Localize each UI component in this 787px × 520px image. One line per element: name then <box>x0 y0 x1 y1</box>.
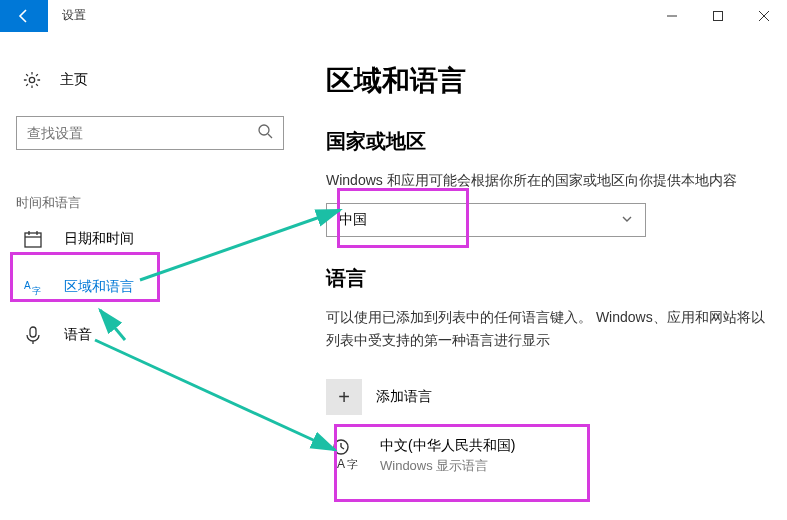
svg-text:A: A <box>337 457 345 470</box>
svg-text:字: 字 <box>32 286 41 296</box>
nav-item-label: 区域和语言 <box>64 278 134 296</box>
close-button[interactable] <box>741 0 787 32</box>
nav-item-label: 语音 <box>64 326 92 344</box>
nav-item-datetime[interactable]: 日期和时间 <box>16 218 284 260</box>
language-name: 中文(中华人民共和国) <box>380 437 515 455</box>
titlebar: 设置 <box>0 0 787 32</box>
language-icon: A字 <box>24 278 42 296</box>
main-content: 区域和语言 国家或地区 Windows 和应用可能会根据你所在的国家或地区向你提… <box>300 32 787 520</box>
page-title: 区域和语言 <box>326 62 771 100</box>
nav-item-label: 日期和时间 <box>64 230 134 248</box>
back-button[interactable] <box>0 0 48 32</box>
svg-point-2 <box>29 77 34 82</box>
svg-rect-11 <box>30 327 36 337</box>
home-button[interactable]: 主页 <box>16 64 284 96</box>
minimize-button[interactable] <box>649 0 695 32</box>
microphone-icon <box>24 326 42 344</box>
svg-rect-1 <box>714 11 723 20</box>
language-list-item[interactable]: A 字 中文(中华人民共和国) Windows 显示语言 <box>326 431 771 481</box>
close-icon <box>759 11 769 21</box>
search-box[interactable] <box>16 116 284 150</box>
gear-icon <box>22 70 42 90</box>
maximize-icon <box>713 11 723 21</box>
plus-icon: + <box>326 379 362 415</box>
country-dropdown[interactable]: 中国 <box>326 203 646 237</box>
svg-line-15 <box>341 447 344 449</box>
country-section-title: 国家或地区 <box>326 128 771 155</box>
language-subtitle: Windows 显示语言 <box>380 457 515 475</box>
chevron-down-icon <box>621 212 633 228</box>
add-language-label: 添加语言 <box>376 388 432 406</box>
country-selected-value: 中国 <box>339 211 367 229</box>
maximize-button[interactable] <box>695 0 741 32</box>
nav-group-header: 时间和语言 <box>16 194 284 212</box>
sidebar: 主页 时间和语言 日期和时间 A字 区域和语言 语音 <box>0 32 300 520</box>
nav-item-speech[interactable]: 语音 <box>16 314 284 356</box>
window-title: 设置 <box>62 7 86 24</box>
svg-text:字: 字 <box>347 458 358 470</box>
calendar-icon <box>24 230 42 248</box>
country-helper-text: Windows 和应用可能会根据你所在的国家或地区向你提供本地内容 <box>326 169 771 191</box>
arrow-left-icon <box>16 8 32 24</box>
svg-text:A: A <box>24 280 31 291</box>
svg-point-3 <box>259 125 269 135</box>
search-icon <box>257 123 273 143</box>
nav-item-region-language[interactable]: A字 区域和语言 <box>16 266 284 308</box>
display-language-icon: A 字 <box>330 437 364 471</box>
svg-line-4 <box>268 134 272 138</box>
minimize-icon <box>667 11 677 21</box>
home-label: 主页 <box>60 71 88 89</box>
search-input[interactable] <box>27 125 257 141</box>
language-helper-text: 可以使用已添加到列表中的任何语言键入。 Windows、应用和网站将以列表中受支… <box>326 306 771 351</box>
svg-rect-5 <box>25 233 41 247</box>
language-section-title: 语言 <box>326 265 771 292</box>
caption-buttons <box>649 0 787 32</box>
add-language-button[interactable]: + 添加语言 <box>326 379 771 415</box>
